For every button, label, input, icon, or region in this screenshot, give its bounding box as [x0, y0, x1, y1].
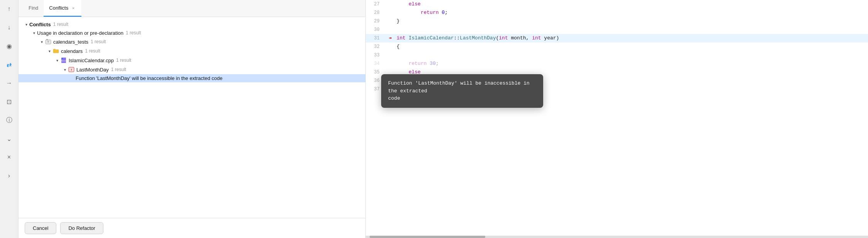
tab-find[interactable]: Find [23, 0, 44, 17]
code-line-34: 34 return 30; [366, 60, 868, 68]
conflicts-root-label: Conflicts [29, 22, 51, 27]
gutter-31: ↠ [386, 34, 395, 42]
function-label: LastMonthDay [76, 67, 109, 73]
tab-find-label: Find [29, 5, 38, 11]
info-icon[interactable]: ⓘ [3, 114, 15, 126]
conflict-message-label: Function 'LastMonthDay' will be inaccess… [76, 75, 223, 81]
line-num-30: 30 [366, 26, 386, 34]
line-content-31: int IslamicCalendar::LastMonthDay(int mo… [395, 34, 868, 42]
chevron-calendars-folder-icon: ▾ [46, 48, 52, 54]
line-num-28: 28 [366, 8, 386, 17]
code-line-33: 33 [366, 51, 868, 60]
cpp-file-count: 1 result [116, 58, 131, 63]
line-num-32: 32 [366, 42, 386, 51]
chevron-calendars-tests-icon: ▾ [39, 39, 45, 45]
code-line-31: 31 ↠ int IslamicCalendar::LastMonthDay(i… [366, 34, 868, 42]
code-panel: 27 else 28 return 0; 29 } 30 [366, 0, 868, 238]
chevron-usage-icon: ▾ [31, 30, 37, 36]
left-panel: Find Conflicts × ▾ Conflicts 1 result ▾ … [19, 0, 366, 238]
line-content-28: return 0; [395, 8, 868, 17]
svg-text:T: T [47, 41, 49, 43]
eye-icon[interactable]: ◉ [3, 40, 15, 52]
function-icon: f [68, 66, 75, 73]
do-refactor-button[interactable]: Do Refactor [60, 222, 103, 234]
conflict-tooltip: Function 'LastMonthDay' will be inaccess… [381, 74, 543, 108]
tree-row-conflict-message[interactable]: Function 'LastMonthDay' will be inaccess… [19, 74, 365, 82]
line-num-33: 33 [366, 51, 386, 60]
code-area: 27 else 28 return 0; 29 } 30 [366, 0, 868, 236]
tooltip-text: Function 'LastMonthDay' will be inaccess… [388, 80, 530, 101]
tree-row-conflicts-root[interactable]: ▾ Conflicts 1 result [19, 20, 365, 29]
line-num-27: 27 [366, 0, 386, 8]
line-num-31: 31 [366, 34, 386, 42]
tree-row-calendars-tests[interactable]: ▾ T calendars_tests 1 result [19, 37, 365, 46]
folder-icon [52, 48, 59, 54]
panel-footer: Cancel Do Refactor [19, 218, 365, 238]
calendars-tests-label: calendars_tests [53, 39, 88, 45]
refactor-icon[interactable]: ⇄ [3, 59, 15, 70]
line-content-27: else [395, 0, 868, 8]
tab-bar: Find Conflicts × [19, 0, 365, 17]
cancel-button[interactable]: Cancel [25, 222, 56, 234]
chevron-function-icon: ▾ [62, 66, 68, 73]
tab-conflicts[interactable]: Conflicts × [44, 0, 81, 17]
svg-point-5 [61, 58, 63, 60]
code-line-29: 29 } [366, 17, 868, 26]
tab-conflicts-label: Conflicts [49, 5, 68, 11]
code-scrollbar-thumb[interactable] [370, 236, 485, 238]
calendars-tests-count: 1 result [91, 39, 106, 44]
line-content-29: } [395, 17, 868, 26]
search-usages-icon[interactable]: ⊡ [3, 96, 15, 107]
line-content-32: { [395, 42, 868, 51]
tree-row-islamic-calendar-cpp[interactable]: ▾ C++ IslamicCalendar.cpp 1 result [19, 56, 365, 65]
sidebar-icon-panel: ↑ ↓ ◉ ⇄ → ⊡ ⓘ ⌄ × › [0, 0, 19, 238]
calendars-folder-count: 1 result [85, 48, 100, 54]
conflicts-root-count: 1 result [53, 22, 68, 27]
cpp-file-icon: C++ [60, 57, 67, 64]
tab-close-icon[interactable]: × [71, 5, 76, 11]
down-arrow-icon[interactable]: ↓ [3, 22, 15, 33]
tree-panel: ▾ Conflicts 1 result ▾ Usage in declarat… [19, 17, 365, 218]
code-line-27: 27 else [366, 0, 868, 8]
test-folder-icon: T [45, 38, 52, 45]
expand-icon[interactable]: ⌄ [3, 133, 15, 144]
chevron-cpp-file-icon: ▾ [54, 57, 60, 63]
tree-row-calendars-folder[interactable]: ▾ calendars 1 result [19, 46, 365, 56]
up-arrow-icon[interactable]: ↑ [3, 3, 15, 15]
tree-row-usage[interactable]: ▾ Usage in declaration or pre-declaratio… [19, 29, 365, 37]
line-num-34: 34 [366, 60, 386, 68]
code-line-28: 28 return 0; [366, 8, 868, 17]
chevron-conflicts-icon: ▾ [23, 21, 29, 27]
function-count: 1 result [111, 67, 126, 72]
code-line-32: 32 { [366, 42, 868, 51]
code-scrollbar[interactable] [366, 236, 868, 238]
usage-count: 1 result [126, 30, 141, 36]
close-x-icon[interactable]: × [3, 151, 15, 163]
svg-text:f: f [71, 68, 72, 71]
more-icon[interactable]: › [3, 170, 15, 182]
tree-row-last-month-day[interactable]: ▾ f LastMonthDay 1 result [19, 65, 365, 74]
code-line-30: 30 [366, 26, 868, 34]
cpp-file-label: IslamicCalendar.cpp [69, 58, 114, 63]
calendars-folder-label: calendars [61, 48, 83, 54]
svg-text:C++: C++ [61, 60, 66, 62]
line-content-34: return 30; [395, 60, 868, 68]
svg-rect-1 [46, 39, 48, 40]
usage-label: Usage in declaration or pre-declaration [37, 30, 123, 36]
line-num-29: 29 [366, 17, 386, 26]
extract-icon[interactable]: → [3, 77, 15, 89]
